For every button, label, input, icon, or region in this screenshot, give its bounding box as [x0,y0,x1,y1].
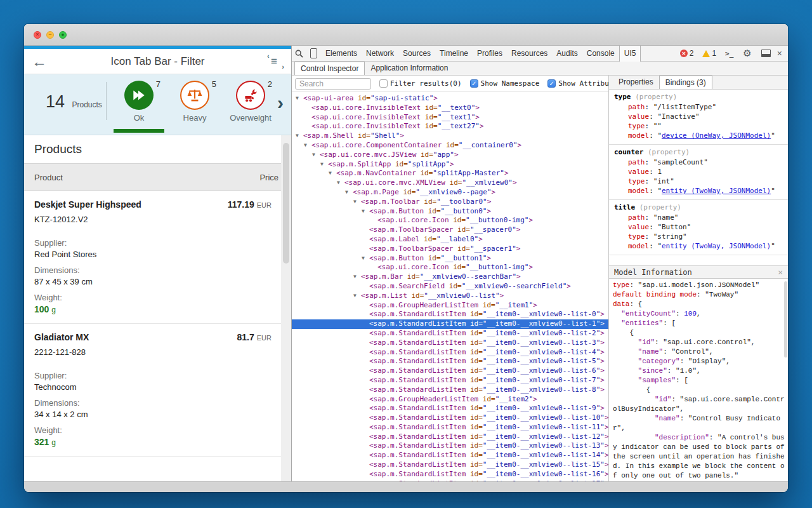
devtools-tab-timeline[interactable]: Timeline [435,46,473,62]
tree-node-spacer1[interactable]: <sap.m.ToolbarSpacer id="__spacer1"> [292,244,608,254]
tree-node-item0-xmlview0-list-13[interactable]: <sap.m.StandardListItem id="__item0-__xm… [292,441,608,451]
filter-tab-heavy[interactable]: 5Heavy [167,79,223,123]
binding-section-counter: counter (property)path: "sampleCount"val… [609,145,788,200]
subtab-application-information[interactable]: Application Information [365,62,454,75]
list-heading: Products [24,135,291,163]
tree-node-sap-ui-static[interactable]: ▼<sap-ui-area id="sap-ui-static"> [292,94,608,104]
tree-node-item0-xmlview0-list-4[interactable]: <sap.m.StandardListItem id="__item0-__xm… [292,348,608,358]
tree-node-text1[interactable]: <sap.ui.core.InvisibleText id="__text1"> [292,113,608,123]
tree-node-app[interactable]: ▼<sap.ui.core.mvc.JSView id="app"> [292,150,608,160]
devtools-tab-sources[interactable]: Sources [398,46,435,62]
device-mode-icon[interactable] [310,48,317,58]
tree-node-text27[interactable]: <sap.ui.core.InvisibleText id="__text27"… [292,122,608,131]
product-code: 2212-121-828 [34,347,272,357]
checkbox-show-namespace[interactable]: ✓Show Namespace [470,79,540,88]
product-list-item[interactable]: Deskjet Super Highspeed117.19EURKTZ-1201… [24,191,282,324]
filter-tab-overweight[interactable]: 2Overweight [223,79,278,123]
tree-node-splitapp[interactable]: ▼<sap.m.SplitApp id="splitApp"> [292,160,608,170]
dock-side-icon[interactable] [761,50,771,57]
tree-node-item0-xmlview0-list-14[interactable]: <sap.m.StandardListItem id="__item0-__xm… [292,451,608,460]
tree-node-item0-xmlview0-list-9[interactable]: <sap.m.StandardListItem id="__item0-__xm… [292,404,608,413]
tree-node-item0-xmlview0-list-8[interactable]: <sap.m.StandardListItem id="__item0-__xm… [292,385,608,395]
close-window-button[interactable]: × [34,31,41,39]
tree-node-label0[interactable]: <sap.m.Label id="__label0"> [292,235,608,244]
devtools-tab-network[interactable]: Network [362,46,398,62]
devtools-tab-console[interactable]: Console [582,46,619,62]
devtools-tab-elements[interactable]: Elements [321,46,362,62]
magnifier-icon[interactable] [295,50,303,58]
double-chevron-icon [124,81,154,110]
model-link[interactable]: entity (TwoWay, JSONModel) [662,187,771,195]
window-bottom-edge [24,481,788,492]
tree-node-button0-img[interactable]: <sap.ui.core.Icon id="__button0-img"> [292,216,608,225]
collapse-menu-left-angle: ‹ [267,52,270,60]
tree-node-xmlview0-list[interactable]: ▼<sap.m.List id="__xmlview0--list"> [292,291,608,301]
list-column-header: Product Price [24,163,291,191]
tree-node-item1[interactable]: <sap.m.GroupHeaderListItem id="__item1"> [292,301,608,311]
tree-node-button0[interactable]: ▼<sap.m.Button id="__button0"> [292,207,608,217]
model-link[interactable]: device (OneWay, JSONModel) [662,131,771,140]
collapse-menu-icon[interactable]: ‹ ≡ › [268,55,284,69]
products-count[interactable]: 14 Products [46,92,102,112]
tree-node-item0-xmlview0-list-7[interactable]: <sap.m.StandardListItem id="__item0-__xm… [292,376,608,385]
devtools-tab-ui5[interactable]: UI5 [619,46,641,62]
tree-node-shell[interactable]: ▼<sap.m.Shell id="Shell"> [292,131,608,141]
tree-node-toolbar0[interactable]: ▼<sap.m.Toolbar id="__toolbar0"> [292,197,608,207]
filter-tab-label: Ok [111,113,167,123]
tree-node-item0-xmlview0-list-3[interactable]: <sap.m.StandardListItem id="__item0-__xm… [292,338,608,348]
subtab-control-inspector[interactable]: Control Inspector [294,62,365,75]
tree-node-item0-xmlview0-list-15[interactable]: <sap.m.StandardListItem id="__item0-__xm… [292,460,608,470]
devtools-tab-audits[interactable]: Audits [552,46,582,62]
devtools-tab-resources[interactable]: Resources [507,46,552,62]
side-tab-properties[interactable]: Properties [613,76,659,89]
app-scrollbar-thumb[interactable] [283,143,289,264]
tree-node-button1[interactable]: ▼<sap.m.Button id="__button1"> [292,254,608,264]
tree-node-splitapp-master[interactable]: ▼<sap.m.NavContainer id="splitApp-Master… [292,169,608,178]
tree-node-xmlview0-searchbar[interactable]: ▼<sap.m.Bar id="__xmlview0--searchBar"> [292,272,608,282]
minimize-window-button[interactable]: − [46,31,54,39]
tree-node-item2[interactable]: <sap.m.GroupHeaderListItem id="__item2"> [292,395,608,404]
close-devtools-icon[interactable]: × [777,48,782,58]
tree-node-xmlview0-searchfield[interactable]: <sap.m.SearchField id="__xmlview0--searc… [292,282,608,291]
tab-bar-divider [106,82,107,120]
tree-node-xmlview0-page[interactable]: ▼<sap.m.Page id="__xmlview0--page"> [292,188,608,197]
checkbox-filter-results-0[interactable]: Filter results(0) [379,79,462,88]
zoom-window-button[interactable]: ● [59,31,67,39]
tree-node-item0-xmlview0-list-5[interactable]: <sap.m.StandardListItem id="__item0-__xm… [292,357,608,366]
tree-node-item0-xmlview0-list-1[interactable]: <sap.m.StandardListItem id="__item0-__xm… [292,319,608,329]
tree-node-spacer0[interactable]: <sap.m.ToolbarSpacer id="__spacer0"> [292,225,608,235]
filter-tab-ok[interactable]: 7Ok [111,79,167,123]
bindings-list: type (property)path: "/listItemType"valu… [609,90,788,255]
filter-tab-count: 7 [156,79,160,89]
tree-node-xmlview0[interactable]: ▼<sap.ui.core.mvc.XMLView id="__xmlview0… [292,178,608,188]
tree-node-item0-xmlview0-list-6[interactable]: <sap.m.StandardListItem id="__item0-__xm… [292,366,608,376]
tree-node-item0-xmlview0-list-16[interactable]: <sap.m.StandardListItem id="__item0-__xm… [292,470,608,479]
devtools-tab-profiles[interactable]: Profiles [473,46,507,62]
window-titlebar[interactable]: × − ● [24,24,788,46]
tree-node-item0-xmlview0-list-0[interactable]: <sap.m.StandardListItem id="__item0-__xm… [292,310,608,319]
back-arrow-icon[interactable]: ← [32,54,47,69]
tree-node-item0-xmlview0-list-11[interactable]: <sap.m.StandardListItem id="__item0-__xm… [292,423,608,432]
model-information-header: Model Information × [609,265,788,279]
product-list-item[interactable]: Gladiator MX81.7EUR2212-121-828Supplier:… [24,324,282,457]
tree-node-text0[interactable]: <sap.ui.core.InvisibleText id="__text0"> [292,104,608,113]
app-scrollbar[interactable] [281,135,291,481]
tree-node-item0-xmlview0-list-12[interactable]: <sap.m.StandardListItem id="__item0-__xm… [292,432,608,442]
tree-node-container0[interactable]: ▼<sap.ui.core.ComponentContainer id="__c… [292,141,608,150]
model-link[interactable]: entity (TwoWay, JSONModel) [662,242,771,250]
tree-node-item0-xmlview0-list-2[interactable]: <sap.m.StandardListItem id="__item0-__xm… [292,329,608,338]
model-scrollbar-thumb[interactable] [784,281,787,358]
tree-node-item0-xmlview0-list-10[interactable]: <sap.m.StandardListItem id="__item0-__xm… [292,413,608,423]
side-tab-bindings-3[interactable]: Bindings (3) [659,76,712,89]
search-input[interactable] [295,78,371,90]
error-badge[interactable]: ✕ 2 [680,49,694,58]
close-icon[interactable]: × [778,267,783,277]
scale-icon [180,81,209,110]
chevron-right-icon[interactable]: › [277,93,284,112]
product-code: KTZ-12012.V2 [34,215,272,224]
warning-badge[interactable]: 1 [697,49,716,58]
product-name: Gladiator MX [34,331,155,344]
tree-node-button1-img[interactable]: <sap.ui.core.Icon id="__button1-img"> [292,263,608,272]
console-drawer-icon[interactable]: >_ [725,50,733,58]
settings-gear-icon[interactable]: ⚙ [743,48,751,59]
